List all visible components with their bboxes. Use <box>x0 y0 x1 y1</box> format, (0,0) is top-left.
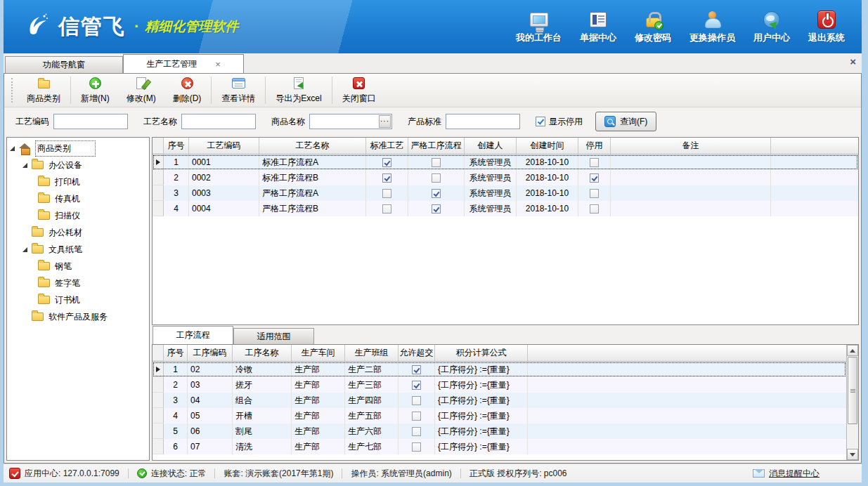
table-row[interactable]: 6 07 清洗 生产部 生产七部 {工序得分} :={重量} <box>153 439 846 454</box>
header-disabled[interactable]: 停用 <box>578 138 611 154</box>
header-allow-over[interactable]: 允许超交 <box>399 345 435 361</box>
change-password-button[interactable]: 修改密码 <box>635 10 671 44</box>
detail-tab-scope[interactable]: 适用范围 <box>233 328 314 344</box>
table-row[interactable]: 1 0001 标准工序流程A 系统管理员 2018-10-10 <box>153 155 858 170</box>
exit-system-button[interactable]: 退出系统 <box>808 10 845 44</box>
tab-process-management[interactable]: 生产工艺管理 × <box>123 54 244 73</box>
process-name-input[interactable] <box>181 114 256 129</box>
tree-item-office-supplies[interactable]: 办公耗材 <box>10 224 149 241</box>
table-row[interactable]: 2 0002 标准工序流程B 系统管理员 2018-10-10 <box>153 170 858 185</box>
disabled-checkbox[interactable] <box>590 189 599 198</box>
table-row[interactable]: 2 03 搓牙 生产部 生产三部 {工序得分} :={重量} <box>153 377 846 393</box>
vertical-scrollbar[interactable] <box>846 345 858 460</box>
row-indicator <box>153 362 164 377</box>
tree-item-software-services[interactable]: 软件产品及服务 <box>10 308 149 325</box>
tree-item-stapler[interactable]: 订书机 <box>10 291 149 308</box>
scroll-up-button[interactable] <box>847 345 858 356</box>
user-center-button[interactable]: 用户中心 <box>753 10 790 44</box>
product-category-button[interactable]: 商品类别 <box>18 74 69 107</box>
header-remark[interactable]: 备注 <box>611 138 771 154</box>
table-row[interactable]: 4 05 开槽 生产部 生产五部 {工序得分} :={重量} <box>153 408 846 423</box>
folder-icon <box>38 211 50 220</box>
header-created[interactable]: 创建时间 <box>517 138 578 154</box>
expander-icon[interactable] <box>22 247 27 252</box>
brand-separator: · <box>134 18 139 36</box>
disabled-checkbox[interactable] <box>590 173 599 183</box>
disabled-checkbox[interactable] <box>590 158 599 167</box>
header-strict-flow[interactable]: 严格工序流程 <box>408 138 465 154</box>
process-code-input[interactable] <box>53 114 128 129</box>
header-creator[interactable]: 创建人 <box>465 138 517 154</box>
standard-checkbox[interactable] <box>382 158 391 167</box>
disabled-checkbox[interactable] <box>590 204 599 214</box>
table-row[interactable]: 1 02 冷镦 生产部 生产二部 {工序得分} :={重量} <box>153 362 846 377</box>
allow-over-checkbox[interactable] <box>412 442 421 452</box>
tree-item-sign-pen[interactable]: 签字笔 <box>10 275 149 291</box>
statusbar-separator <box>342 468 342 478</box>
show-disabled-checkbox[interactable] <box>536 117 545 126</box>
table-row[interactable]: 3 04 组合 生产部 生产四部 {工序得分} :={重量} <box>153 393 846 408</box>
details-icon <box>232 77 245 91</box>
allow-over-checkbox[interactable] <box>412 381 421 390</box>
toolbar-grip[interactable] <box>11 78 15 103</box>
strict-checkbox[interactable] <box>432 189 441 198</box>
tree-item-stationery[interactable]: 文具纸笔 <box>10 241 149 258</box>
query-button[interactable]: 查询(F) <box>595 112 656 131</box>
expander-icon[interactable] <box>10 146 15 151</box>
browse-ellipsis-button[interactable]: ··· <box>379 115 391 128</box>
header-process-name[interactable]: 工艺名称 <box>259 138 366 154</box>
expander-icon[interactable] <box>22 163 27 168</box>
close-window-button[interactable]: 关闭窗口 <box>334 74 384 107</box>
view-details-button[interactable]: 查看详情 <box>213 74 264 107</box>
delete-button[interactable]: 删除(D) <box>164 74 210 107</box>
scroll-track[interactable] <box>847 356 858 449</box>
product-standard-input[interactable] <box>446 114 520 129</box>
tree-item-root[interactable]: 商品类别 <box>10 140 149 157</box>
header-seq[interactable]: 序号 <box>164 138 189 154</box>
header-step-name[interactable]: 工序名称 <box>233 345 292 361</box>
workbench-button[interactable]: 我的工作台 <box>516 10 562 44</box>
table-row[interactable]: 3 0003 严格工序流程A 系统管理员 2018-10-10 <box>153 185 858 201</box>
detail-tabstrip: 工序流程 适用范围 <box>152 325 859 344</box>
tab-close-icon[interactable]: × <box>215 59 221 70</box>
strict-checkbox[interactable] <box>432 173 441 183</box>
header-process-code[interactable]: 工艺编码 <box>189 138 259 154</box>
standard-checkbox[interactable] <box>382 204 391 214</box>
tree-item-printer[interactable]: 打印机 <box>10 173 149 190</box>
allow-over-checkbox[interactable] <box>412 365 421 374</box>
folder-icon <box>32 161 44 169</box>
current-row-arrow-icon <box>156 367 160 372</box>
switch-operator-button[interactable]: 更换操作员 <box>689 10 735 44</box>
add-button[interactable]: 新增(N) <box>72 74 118 107</box>
export-excel-button[interactable]: 导出为Excel <box>267 74 330 107</box>
message-center-link[interactable]: 消息提醒中心 <box>753 468 820 480</box>
header-step-code[interactable]: 工序编码 <box>188 345 233 361</box>
scroll-thumb[interactable] <box>848 357 857 424</box>
table-row[interactable]: 5 06 割尾 生产部 生产六部 {工序得分} :={重量} <box>153 423 846 439</box>
tabstrip-close-icon[interactable]: × <box>850 56 856 67</box>
allow-over-checkbox[interactable] <box>412 427 421 436</box>
tree-item-pen[interactable]: 钢笔 <box>10 258 149 275</box>
header-team[interactable]: 生产班组 <box>345 345 399 361</box>
header-step-seq[interactable]: 序号 <box>164 345 188 361</box>
allow-over-checkbox[interactable] <box>412 396 421 405</box>
header-formula[interactable]: 积分计算公式 <box>435 345 528 361</box>
edit-button[interactable]: 修改(M) <box>118 74 164 107</box>
standard-checkbox[interactable] <box>382 189 391 198</box>
tab-function-nav[interactable]: 功能导航窗 <box>5 56 123 73</box>
standard-checkbox[interactable] <box>382 173 391 183</box>
table-row[interactable]: 4 0004 严格工序流程B 系统管理员 2018-10-10 <box>153 201 858 216</box>
strict-checkbox[interactable] <box>432 204 441 214</box>
tree-item-office-equipment[interactable]: 办公设备 <box>10 157 149 173</box>
scroll-down-button[interactable] <box>847 449 858 460</box>
header-indicator-cell <box>153 138 164 154</box>
row-indicator <box>153 170 164 185</box>
detail-tab-process-flow[interactable]: 工序流程 <box>153 326 233 344</box>
strict-checkbox[interactable] <box>432 158 441 167</box>
document-center-button[interactable]: 单据中心 <box>580 10 616 44</box>
allow-over-checkbox[interactable] <box>412 412 421 421</box>
tree-item-scanner[interactable]: 扫描仪 <box>10 207 149 224</box>
header-workshop[interactable]: 生产车间 <box>292 345 345 361</box>
header-standard[interactable]: 标准工艺 <box>366 138 408 154</box>
tree-item-fax[interactable]: 传真机 <box>10 190 149 207</box>
